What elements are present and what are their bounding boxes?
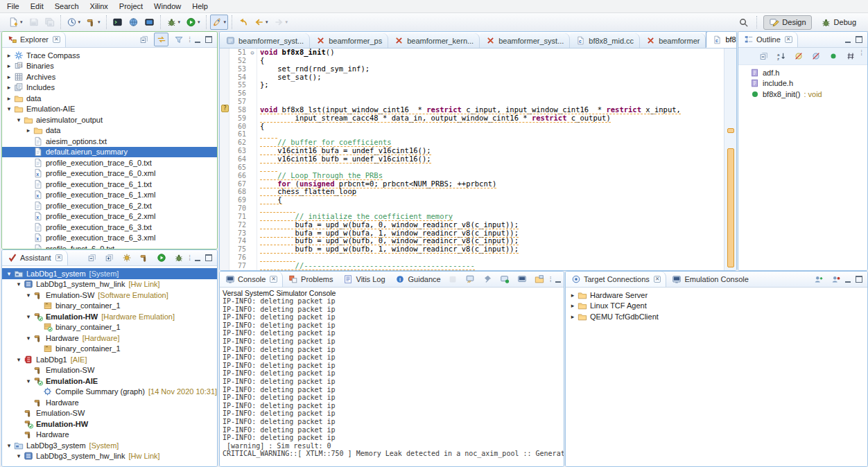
emulator-button[interactable] <box>126 15 141 30</box>
tree-arrow-icon[interactable]: ▾ <box>15 356 23 363</box>
tree-item-explorer[interactable]: ▸Archives <box>2 71 217 82</box>
dropdown-arrow-icon[interactable]: ▾ <box>78 19 81 25</box>
collapse-all-button[interactable] <box>137 33 151 46</box>
remove-target-button[interactable] <box>828 272 843 286</box>
console-output[interactable]: Versal SystemC Simulator ConsoleIP-INFO:… <box>220 288 564 466</box>
dropdown-arrow-icon[interactable]: ▾ <box>224 19 227 25</box>
display-console-button[interactable] <box>498 272 512 286</box>
tree-item-assistant[interactable]: Emulation-SW <box>2 365 217 376</box>
tree-item-assistant[interactable]: ▾LabDbg3_system[System] <box>2 440 217 451</box>
build-button[interactable]: ▾ <box>64 15 83 30</box>
warning-marker[interactable] <box>727 128 734 133</box>
tree-arrow-icon[interactable]: ▾ <box>24 378 33 385</box>
close-icon[interactable]: ✕ <box>270 276 277 283</box>
fold-collapse-icon[interactable]: ⊖ <box>250 49 254 56</box>
tree-item-assistant[interactable]: Emulation-HW <box>2 418 217 430</box>
run-button[interactable]: ▾ <box>184 15 202 30</box>
tree-item-target[interactable]: ▸Linux TCF Agent <box>566 301 867 312</box>
filter-button[interactable] <box>171 33 186 46</box>
tree-item-explorer[interactable]: ▸01Binaries <box>2 61 217 72</box>
tree-item-explorer[interactable]: profile_execution_trace_6_3.txt <box>2 222 217 233</box>
close-icon[interactable]: ✕ <box>654 276 661 283</box>
fold-bar[interactable]: ⊖ <box>248 49 257 270</box>
dropdown-arrow-icon[interactable]: ▾ <box>20 19 23 25</box>
tree-item-assistant[interactable]: ▾LabDbg1[AIE] <box>2 354 217 365</box>
public-filter-button[interactable] <box>826 49 840 63</box>
menu-search[interactable]: Search <box>49 1 85 12</box>
tree-item-explorer[interactable]: profile_execution_trace_6_1.txt <box>2 179 217 190</box>
tree-item-assistant[interactable]: ▾Emulation-AIE <box>2 376 217 387</box>
editor-tab-beamformer-ps[interactable]: beamformer_ps <box>310 33 388 48</box>
tab-explorer[interactable]: Explorer ✕ <box>2 32 66 47</box>
tree-item-assistant[interactable]: ▾LabDbg1_system_hw_link[Hw Link] <box>2 279 217 290</box>
build-all-button[interactable]: ▾ <box>84 15 103 30</box>
tree-item-outline[interactable]: include.h <box>738 78 867 89</box>
tab-outline[interactable]: Outline ✕ <box>738 32 798 47</box>
tree-item-assistant[interactable]: ▾LabDbg3_system_hw_link[Hw Link] <box>2 451 217 462</box>
tree-item-assistant[interactable]: Hardware <box>2 430 217 441</box>
tree-item-explorer[interactable]: ▸data <box>2 125 217 136</box>
overview-ruler[interactable] <box>724 49 736 270</box>
dropdown-arrow-icon[interactable]: ▾ <box>286 19 288 25</box>
tree-arrow-icon[interactable]: ▾ <box>5 442 13 449</box>
maximize-button[interactable] <box>205 36 212 43</box>
tree-item-assistant[interactable]: ▾Emulation-SW[Software Emulation] <box>2 290 217 301</box>
tree-arrow-icon[interactable]: ▸ <box>5 84 13 91</box>
pin-console-button[interactable] <box>480 272 495 286</box>
help-marker-icon[interactable]: ? <box>221 105 229 112</box>
tree-item-explorer[interactable]: xprofile_execution_trace_6_3.xml <box>2 233 217 244</box>
menu-window[interactable]: Window <box>148 1 186 12</box>
tree-arrow-icon[interactable]: ▾ <box>15 116 23 123</box>
terminate-button[interactable] <box>446 272 460 286</box>
menu-file[interactable]: File <box>1 1 25 12</box>
tree-arrow-icon[interactable]: ▸ <box>5 52 13 59</box>
tree-item-assistant[interactable]: Emulation-SW <box>2 408 217 419</box>
tree-arrow-icon[interactable]: ▾ <box>24 335 33 342</box>
perspective-debug-button[interactable]: Debug <box>816 16 861 29</box>
dropdown-arrow-icon[interactable]: ▾ <box>266 19 268 25</box>
tab-emulation-console[interactable]: Emulation Console <box>666 272 753 287</box>
program-flash-button[interactable] <box>142 15 157 30</box>
tree-item-explorer[interactable]: xprofile_execution_trace_6_2.xml <box>2 211 217 222</box>
tree-item-explorer[interactable]: ▸Trace Compass <box>2 50 217 61</box>
save-all-button[interactable] <box>42 15 57 30</box>
tree-arrow-icon[interactable]: ▾ <box>15 281 23 288</box>
tree-item-assistant[interactable]: Compile Summary (graph)[14 Nov 2020 10:3… <box>2 387 217 398</box>
minimize-button[interactable] <box>845 37 851 43</box>
minimize-button[interactable] <box>195 37 200 43</box>
tree-item-assistant[interactable]: ▾Emulation-HW[Hardware Emulation] <box>2 311 217 322</box>
new-button[interactable]: ▾ <box>6 15 25 30</box>
tree-item-assistant[interactable]: Hardware <box>2 397 217 408</box>
editor-tab-bf8x8-lst-cc[interactable]: cbf8x8_lst.cc✕ <box>706 31 737 48</box>
editor-tab-beamformer-syst-[interactable]: beamformer_syst... <box>480 33 570 48</box>
collapse-all-button[interactable] <box>85 251 99 265</box>
back-button[interactable] <box>236 15 250 30</box>
dropdown-arrow-icon[interactable]: ▾ <box>198 19 200 25</box>
tree-item-explorer[interactable]: xprofile_execution_trace_6_1.xml <box>2 190 217 201</box>
menu-project[interactable]: Project <box>114 1 148 12</box>
console-view-button[interactable] <box>515 272 530 286</box>
tree-arrow-icon[interactable]: ▾ <box>5 105 13 112</box>
menu-edit[interactable]: Edit <box>25 1 49 12</box>
tree-item-target[interactable]: ▸Hardware Server <box>566 290 867 301</box>
tree-item-assistant[interactable]: binary_container_1 <box>2 344 217 355</box>
close-icon[interactable]: ✕ <box>53 36 60 43</box>
warning-marker-block[interactable] <box>727 148 734 267</box>
tree-arrow-icon[interactable]: ▸ <box>568 302 577 309</box>
tree-item-outline[interactable]: bf8x8_init(): void <box>738 89 867 100</box>
back-history-button[interactable]: ▾ <box>252 15 270 30</box>
tree-item-explorer[interactable]: xprofile_execution_trace_6_0.xml <box>2 168 217 179</box>
minimize-button[interactable] <box>195 255 200 261</box>
tab-assistant[interactable]: Assistant ✕ <box>2 250 68 265</box>
close-icon[interactable]: ✕ <box>55 254 63 261</box>
tree-arrow-icon[interactable]: ▸ <box>5 62 13 69</box>
tree-item-explorer[interactable]: default.aierun_summary <box>2 147 217 158</box>
sort-button[interactable]: az <box>774 49 788 63</box>
launch-button[interactable]: ▾ <box>210 15 229 30</box>
tree-arrow-icon[interactable]: ▸ <box>5 95 13 102</box>
save-button[interactable] <box>26 15 41 30</box>
debug-button[interactable] <box>171 251 186 265</box>
tab-console[interactable]: Console✕ <box>220 272 283 287</box>
tree-arrow-icon[interactable]: ▾ <box>15 452 23 459</box>
tree-item-assistant[interactable]: binary_container_1 <box>2 322 217 333</box>
